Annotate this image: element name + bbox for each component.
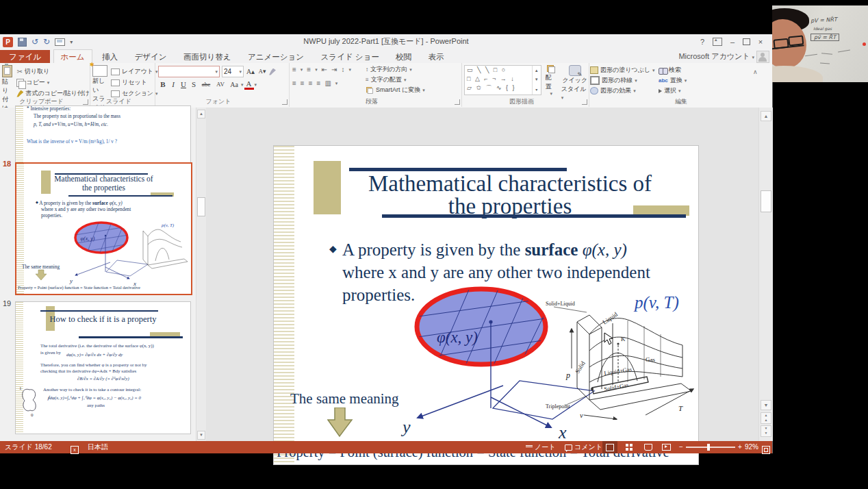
reset-button[interactable]: リセット [111,77,158,88]
smartart-button[interactable]: SmartArt に変換▾ [366,85,425,95]
font-color-button[interactable]: A [244,79,254,90]
shape-row-2[interactable]: □ △ ⌐ ¬ → ↓ [467,75,532,84]
cut-button[interactable]: ✂ 切り取り [16,66,90,77]
close-button[interactable]: × [753,36,768,48]
tab-home[interactable]: ホーム [53,49,92,63]
layout-button[interactable]: レイアウト▾ [111,66,158,77]
comments-toggle[interactable]: コメント [565,441,602,453]
text-direction-button[interactable]: ↕ 文字列の方向▾ [366,64,425,75]
help-button[interactable]: ? [695,36,710,48]
previous-slide-button[interactable]: ▲▲ [761,412,771,424]
numbering-icon[interactable]: ≡ [307,66,311,73]
shape-gallery[interactable]: ▭ ╲ ╲ □ ○ □ △ ⌐ ¬ → ↓ ▱ ✩ ⌒ ∿ { } ▲ ▼ ▾ [464,65,541,95]
tab-insert[interactable]: 挿入 [95,50,125,64]
font-size-combo[interactable]: 24▾ [222,66,244,77]
normal-view-button[interactable] [602,441,617,453]
shrink-font-button[interactable]: A▾ [257,66,267,77]
increase-indent-icon[interactable]: ⇥ [331,66,337,73]
copy-button[interactable]: コピー ▾ [16,77,90,88]
main-scrollbar[interactable]: ▲ ▼ ▲▲ ▼▼ [758,108,773,441]
bullets-icon[interactable]: ≡ [292,66,296,73]
align-left-icon[interactable]: ≡ [292,79,296,87]
strikethrough-button[interactable]: abc [199,79,213,90]
language-indicator[interactable]: 日本語 [88,441,108,453]
thumbnail-scroll-down-icon[interactable]: ▼ [197,431,205,440]
drawing-dialog-launcher[interactable] [582,99,587,105]
thumbnail-slide-19[interactable]: How to check if it is a property The tot… [15,301,191,434]
main-scroll-up-icon[interactable]: ▲ [761,111,771,121]
bold-button[interactable]: B [158,79,168,90]
zoom-in-button[interactable]: + [738,441,742,453]
bullet-line1[interactable]: A property is given by the surface φ(x, … [342,238,627,261]
shape-fill-button[interactable]: 図形の塗りつぶし▾ [590,65,655,75]
align-right-icon[interactable]: ≡ [309,79,313,87]
paragraph-dialog-launcher[interactable] [455,99,460,105]
ribbon-display-button[interactable] [713,38,722,46]
gallery-more-icon[interactable]: ▾ [535,87,537,92]
down-arrow[interactable] [327,408,353,438]
font-name-combo[interactable]: ▾ [158,66,220,77]
proofing-icon[interactable]: x [71,444,79,456]
tab-slideshow[interactable]: スライド ショー [314,50,386,64]
line-spacing-icon[interactable]: ↕ [342,66,345,73]
minimize-button[interactable]: – [725,36,740,48]
account-menu[interactable]: Microsoft アカウント ▾ [678,49,754,63]
collapse-ribbon-icon[interactable]: ∧ [753,68,758,75]
arrange-button[interactable]: 配置 ▾ [546,65,557,101]
thumbnail-scrollbar[interactable]: ▲ ▼ [196,108,206,441]
reading-view-button[interactable] [641,441,656,453]
tab-file[interactable]: ファイル [0,50,50,64]
main-scroll-thumb[interactable] [761,190,771,212]
justify-icon[interactable]: ≡ [317,79,321,87]
align-center-icon[interactable]: ≡ [301,79,305,87]
slideshow-view-button[interactable] [659,441,674,453]
surface-ellipse[interactable] [417,289,546,364]
slide-title-line1[interactable]: Mathematical characteristics of [335,172,685,195]
thumbnail-scroll-thumb[interactable] [197,197,205,216]
tab-animations[interactable]: アニメーション [241,50,311,64]
gallery-scroll-up-icon[interactable]: ▲ [535,68,539,73]
restore-button[interactable] [743,38,750,45]
decrease-indent-icon[interactable]: ⇤ [322,66,327,73]
same-meaning-text[interactable]: The same meaning [290,390,399,408]
shadow-button[interactable]: S [189,79,199,90]
thumbnail-scroll-up-icon[interactable]: ▲ [197,110,205,118]
notes-toggle[interactable]: ノート [526,441,555,453]
zoom-level[interactable]: 92% [745,441,758,453]
change-case-button[interactable]: Aa [228,79,240,90]
quick-styles-button[interactable]: クイック スタイル ▾ [561,65,589,101]
shape-effects-button[interactable]: 図形の効果▾ [590,86,655,96]
zoom-out-button[interactable]: − [679,441,683,453]
gallery-scroll-down-icon[interactable]: ▼ [535,77,539,82]
tab-review[interactable]: 校閲 [389,50,418,64]
thumbnail-slide-17[interactable]: * Intensive properties: The property not… [15,105,191,163]
font-dialog-launcher[interactable] [282,99,288,105]
grow-font-button[interactable]: A▴ [246,66,255,77]
shape-row-1[interactable]: ▭ ╲ ╲ □ ○ [467,66,532,75]
slide-canvas[interactable]: Mathematical characteristics of the prop… [274,146,698,464]
next-slide-button[interactable]: ▼▼ [761,425,771,437]
select-button[interactable]: 選択▾ [659,86,687,96]
clipboard-dialog-launcher[interactable] [83,99,88,105]
shape-outline-button[interactable]: 図形の枠線▾ [590,75,655,86]
align-text-button[interactable]: ≡ 文字の配置▾ [366,75,425,85]
tab-view[interactable]: 表示 [422,50,451,64]
shape-row-3[interactable]: ▱ ✩ ⌒ ∿ { } [467,84,532,92]
thumbnail-slide-18[interactable]: Mathematical characteristics of the prop… [15,162,192,295]
char-spacing-button[interactable]: AV [214,79,227,90]
underline-button[interactable]: U [179,79,188,90]
replace-button[interactable]: abc 置換▾ [659,75,687,86]
columns-icon[interactable]: ▥ [324,79,331,87]
tab-design[interactable]: デザイン [127,50,173,64]
find-button[interactable]: 検索 [659,65,687,75]
pvt-diagram[interactable]: p(v, T) Solid+Liquid Liquid K Gas Liquid… [544,279,698,420]
italic-button[interactable]: I [168,79,178,90]
tab-transitions[interactable]: 画面切り替え [177,50,238,64]
zoom-slider[interactable] [686,447,735,448]
slide-indicator[interactable]: スライド 18/62 [5,441,52,453]
clear-formatting-icon[interactable] [269,68,276,75]
main-scroll-down-icon[interactable]: ▼ [761,400,771,410]
slide-sorter-button[interactable] [622,441,637,453]
avatar[interactable] [756,51,769,63]
fit-to-window-button[interactable] [762,444,770,456]
